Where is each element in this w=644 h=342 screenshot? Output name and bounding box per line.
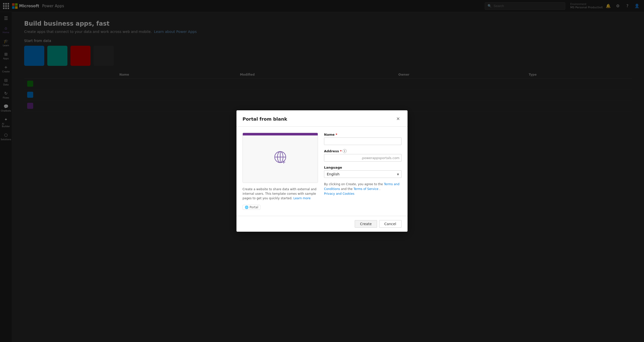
preview-top-bar (243, 133, 318, 135)
preview-globe (273, 150, 288, 169)
preview-description: Create a website to share data with exte… (243, 187, 318, 201)
modal-portal-from-blank: Portal from blank ✕ (236, 110, 408, 232)
modal-header: Portal from blank ✕ (236, 110, 408, 127)
form-group-address: Address * i .powerappsportals.com (324, 149, 401, 162)
required-star-name: * (336, 133, 337, 136)
cancel-button[interactable]: Cancel (379, 220, 401, 228)
modal-form: Name * Address * i .powerappsportals.com (324, 133, 401, 210)
address-info-icon[interactable]: i (343, 149, 347, 153)
form-group-name: Name * (324, 133, 401, 145)
name-input[interactable] (324, 137, 401, 145)
preview-image (243, 133, 318, 183)
modal-footer: Create Cancel (236, 216, 408, 232)
portal-tag-icon: 🌐 (245, 206, 249, 209)
language-select[interactable]: English French German Spanish Japanese C… (324, 170, 401, 178)
terms-of-service-link[interactable]: Terms of Service (353, 187, 378, 191)
modal-overlay: Portal from blank ✕ (0, 0, 644, 342)
plus-icon (282, 160, 286, 164)
modal-close-button[interactable]: ✕ (394, 115, 401, 122)
language-select-wrap: English French German Spanish Japanese C… (324, 170, 401, 178)
required-star-address: * (340, 149, 342, 153)
address-suffix: .powerappsportals.com (361, 156, 399, 160)
modal-body: Create a website to share data with exte… (236, 127, 408, 216)
portal-tag-label: Portal (250, 206, 258, 209)
modal-title: Portal from blank (243, 116, 287, 122)
address-label: Address * i (324, 149, 401, 153)
name-label: Name * (324, 133, 401, 136)
language-label: Language (324, 166, 401, 169)
portal-tag: 🌐 Portal (243, 205, 318, 210)
form-group-language: Language English French German Spanish J… (324, 166, 401, 178)
privacy-and-cookies-link[interactable]: Privacy and Cookies (324, 192, 354, 196)
modal-preview: Create a website to share data with exte… (243, 133, 318, 210)
learn-more-link[interactable]: Learn more (293, 197, 310, 200)
terms-text: By clicking on Create, you agree to the … (324, 182, 401, 197)
create-button[interactable]: Create (355, 220, 377, 228)
address-input-wrap: .powerappsportals.com (324, 154, 401, 162)
